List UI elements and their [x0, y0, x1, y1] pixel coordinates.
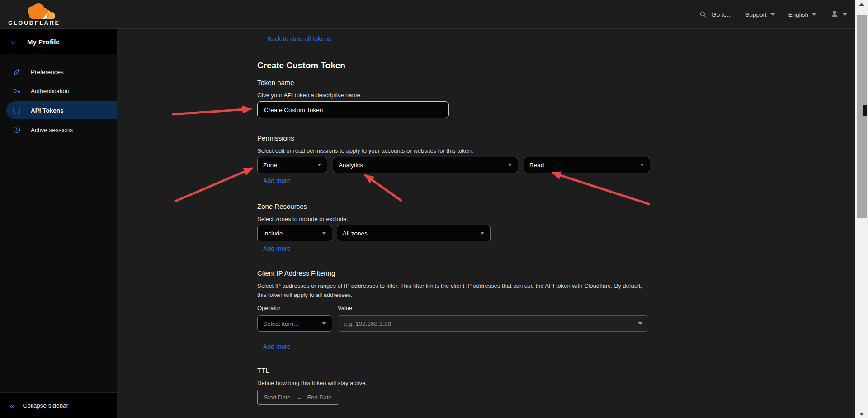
permissions-description: Select edit or read permissions to apply… [257, 146, 473, 155]
ip-filtering-description: Select IP addresses or ranges of IP addr… [257, 282, 647, 300]
sidebar-header: ← My Profile [0, 29, 117, 54]
scroll-down-button[interactable] [855, 410, 868, 418]
permission-group-value: Analytics [339, 162, 363, 169]
end-date-label: End Date [307, 394, 332, 401]
vertical-scrollbar[interactable] [855, 0, 868, 418]
plus-icon: + [257, 177, 261, 184]
sidebar-item-label: Authentication [31, 88, 70, 94]
ip-filtering-row: Select item... [257, 315, 648, 332]
zone-resources-description: Select zones to include or exclude. [257, 215, 348, 224]
sidebar-item-label: API Tokens [31, 107, 64, 114]
permission-scope-select[interactable]: Zone [257, 157, 327, 173]
scrollbar-thumb[interactable] [857, 15, 867, 218]
sidebar-item-api-tokens[interactable]: { } API Tokens [6, 101, 117, 119]
chevron-down-icon [508, 164, 512, 166]
account-menu[interactable] [830, 9, 847, 20]
zone-operator-value: Include [263, 230, 283, 237]
zone-value: All zones [343, 230, 368, 237]
token-name-description: Give your API token a descriptive name. [257, 91, 362, 100]
permissions-heading: Permissions [257, 134, 294, 142]
chevron-down-icon [322, 322, 326, 325]
cloudflare-wordmark: CLOUDFLARE [8, 19, 60, 26]
collapse-sidebar-label: Collapse sidebar [23, 402, 69, 409]
main-content: ← Back to view all tokens Create Custom … [117, 29, 855, 418]
chevron-down-icon [770, 13, 775, 16]
back-arrow-icon: ← [257, 35, 264, 42]
language-menu[interactable]: English [788, 11, 816, 18]
permission-group-select[interactable]: Analytics [333, 157, 518, 173]
cloudflare-cloud-icon [28, 3, 55, 19]
ttl-heading: TTL [257, 366, 269, 374]
collapse-sidebar-button[interactable]: « Collapse sidebar [0, 392, 117, 418]
clock-icon [12, 126, 22, 134]
value-label: Value [338, 305, 352, 311]
chevron-down-icon [480, 232, 485, 235]
top-navbar: CLOUDFLARE Go to... Support English [0, 0, 868, 29]
permissions-add-more-link[interactable]: +Add more [257, 177, 291, 184]
sidebar-item-label: Preferences [31, 69, 64, 75]
back-to-tokens-link[interactable]: ← Back to view all tokens [257, 35, 331, 42]
zone-resources-row: Include All zones [257, 225, 491, 241]
back-link-label: Back to view all tokens [267, 35, 331, 42]
zone-resources-heading: Zone Resources [257, 202, 307, 210]
plus-icon: + [257, 245, 261, 252]
chevron-down-icon [812, 13, 816, 16]
sidebar-title: My Profile [27, 38, 60, 46]
double-chevron-left-icon: « [10, 401, 15, 410]
chevron-down-icon [640, 164, 644, 166]
chevron-down-icon [638, 322, 642, 325]
sidebar-nav: Preferences Authentication { } API Token… [0, 54, 117, 139]
chevron-down-icon [317, 164, 321, 166]
permission-scope-value: Zone [263, 162, 277, 169]
cloudflare-logo: CLOUDFLARE [7, 2, 60, 27]
permission-access-select[interactable]: Read [524, 157, 650, 173]
language-label: English [788, 11, 808, 18]
plus-icon: + [257, 343, 261, 350]
operator-label: Operator [257, 305, 280, 311]
pencil-icon [12, 68, 22, 76]
braces-icon: { } [12, 107, 22, 114]
ip-operator-placeholder: Select item... [263, 320, 298, 327]
triangle-down-icon [859, 413, 864, 416]
support-menu[interactable]: Support [745, 11, 774, 18]
ip-value-combobox[interactable] [338, 315, 648, 332]
sidebar-item-preferences[interactable]: Preferences [0, 62, 117, 81]
start-date-label: Start Date [264, 394, 291, 401]
token-name-heading: Token name [257, 79, 294, 86]
right-arrow-icon: → [296, 394, 302, 401]
ip-filtering-add-more-link[interactable]: +Add more [257, 343, 291, 350]
ip-filtering-heading: Client IP Address Filtering [257, 269, 335, 277]
triangle-up-icon [859, 3, 864, 6]
goto-label: Go to... [712, 11, 731, 18]
back-arrow-icon[interactable]: ← [10, 38, 18, 46]
ttl-date-range-picker[interactable]: Start Date → End Date [257, 390, 339, 405]
ip-operator-select[interactable]: Select item... [257, 315, 332, 332]
goto-search[interactable]: Go to... [698, 11, 731, 18]
sidebar-item-label: Active sessions [31, 127, 73, 133]
sidebar-item-active-sessions[interactable]: Active sessions [0, 120, 117, 139]
mouse-cursor [863, 105, 867, 116]
ip-value-input[interactable] [344, 320, 613, 327]
scroll-up-button[interactable] [855, 0, 868, 8]
zone-resources-add-more-link[interactable]: +Add more [257, 245, 291, 252]
search-icon [698, 11, 708, 18]
page-title: Create Custom Token [257, 61, 345, 70]
zone-select[interactable]: All zones [337, 225, 491, 241]
chevron-down-icon [843, 13, 847, 16]
zone-operator-select[interactable]: Include [257, 225, 332, 241]
support-label: Support [745, 11, 766, 18]
permission-access-value: Read [529, 162, 544, 169]
token-name-input[interactable] [257, 101, 449, 118]
user-icon [830, 9, 839, 20]
key-icon [12, 87, 22, 95]
sidebar-item-authentication[interactable]: Authentication [0, 81, 117, 100]
chevron-down-icon [322, 232, 326, 235]
permissions-row: Zone Analytics Read [257, 157, 650, 173]
sidebar: ← My Profile Preferences Authentication … [0, 29, 117, 418]
ttl-description: Define how long this token will stay act… [257, 379, 367, 388]
